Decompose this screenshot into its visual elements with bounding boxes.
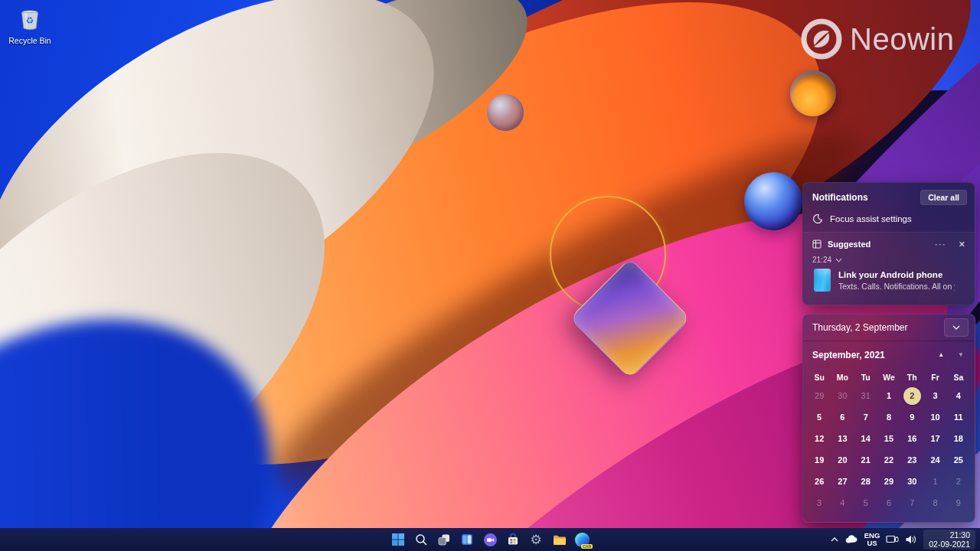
calendar-day[interactable]: 29 <box>877 471 900 492</box>
calendar-day[interactable]: 21 <box>854 449 877 471</box>
calendar-day[interactable]: 11 <box>947 406 970 428</box>
calendar-day[interactable]: 1 <box>877 385 900 406</box>
triangle-down-icon[interactable]: ▼ <box>958 352 964 358</box>
calendar-day[interactable]: 24 <box>923 449 946 471</box>
calendar-day[interactable]: 8 <box>923 492 946 514</box>
calendar-dow-label: We <box>877 370 900 385</box>
calendar-day[interactable]: 10 <box>923 406 946 428</box>
calendar-day[interactable]: 1 <box>923 471 946 492</box>
recycle-bin-desktop-icon[interactable]: ♻ Recycle Bin <box>5 6 55 45</box>
calendar-day[interactable]: 7 <box>900 492 923 514</box>
chat-button[interactable] <box>480 530 500 549</box>
calendar-day[interactable]: 23 <box>900 449 923 471</box>
glass-sphere-decoration <box>744 172 802 230</box>
calendar-dow-label: Mo <box>831 370 854 385</box>
widgets-button[interactable] <box>457 530 477 549</box>
clock-tray-button[interactable]: 21:30 02-09-2021 <box>923 530 975 549</box>
calendar-day[interactable]: 18 <box>947 428 970 449</box>
widgets-icon <box>460 533 474 546</box>
language-indicator[interactable]: ENG US <box>864 532 880 547</box>
clear-all-button[interactable]: Clear all <box>920 190 967 205</box>
language-bottom: US <box>864 540 880 547</box>
calendar-day[interactable]: 6 <box>831 406 854 428</box>
calendar-day[interactable]: 26 <box>808 471 831 492</box>
chat-icon <box>483 533 498 547</box>
notifications-title: Notifications <box>812 192 868 203</box>
calendar-day[interactable]: 5 <box>808 406 831 428</box>
grid-icon <box>812 240 822 249</box>
chevron-down-icon[interactable] <box>835 258 842 262</box>
calendar-day-headers: SuMoTuWeThFrSa <box>803 370 975 385</box>
calendar-day[interactable]: 2 <box>947 471 970 492</box>
calendar-month-label: September, 2021 <box>812 350 885 360</box>
calendar-dow-label: Th <box>900 370 923 385</box>
calendar-collapse-button[interactable] <box>944 318 969 337</box>
calendar-day-selected[interactable]: 2 <box>900 385 923 406</box>
calendar-day[interactable]: 28 <box>854 471 877 492</box>
store-button[interactable] <box>503 530 523 549</box>
calendar-day[interactable]: 16 <box>900 428 923 449</box>
network-icon[interactable] <box>886 534 899 545</box>
start-button[interactable] <box>388 530 408 549</box>
calendar-day[interactable]: 4 <box>947 385 970 406</box>
notification-timestamp: 21:24 <box>812 256 831 264</box>
onedrive-icon[interactable] <box>845 535 858 544</box>
calendar-dow-label: Fr <box>923 370 946 385</box>
calendar-day[interactable]: 3 <box>923 385 946 406</box>
neowin-logo-icon <box>801 18 842 60</box>
notification-item[interactable]: Link your Android phone Texts. Calls. No… <box>812 269 967 292</box>
recycle-bin-icon: ♻ <box>17 6 43 32</box>
calendar-day[interactable]: 5 <box>854 492 877 514</box>
calendar-day[interactable]: 27 <box>831 471 854 492</box>
calendar-day[interactable]: 30 <box>900 471 923 492</box>
neowin-watermark: Neowin <box>801 18 954 60</box>
calendar-day[interactable]: 30 <box>831 385 854 406</box>
calendar-day[interactable]: 6 <box>877 492 900 514</box>
calendar-day[interactable]: 29 <box>808 385 831 406</box>
notification-item-body: Texts. Calls. Notifications. All on your… <box>838 282 955 291</box>
desktop-screen: ♻ Recycle Bin Neowin Notifications Clear… <box>0 0 980 551</box>
search-button[interactable] <box>411 530 431 549</box>
taskbar: ⚙ CAN ENG US <box>0 528 980 551</box>
calendar-day[interactable]: 14 <box>854 428 877 449</box>
calendar-day[interactable]: 20 <box>831 449 854 471</box>
settings-button[interactable]: ⚙ <box>526 530 546 549</box>
calendar-day[interactable]: 22 <box>877 449 900 471</box>
calendar-day[interactable]: 17 <box>923 428 946 449</box>
calendar-day[interactable]: 9 <box>947 492 970 514</box>
calendar-day[interactable]: 25 <box>947 449 970 471</box>
calendar-day[interactable]: 19 <box>808 449 831 471</box>
triangle-up-icon[interactable]: ▲ <box>938 352 944 358</box>
calendar-dow-label: Su <box>808 370 831 385</box>
file-explorer-icon <box>552 533 567 547</box>
neowin-brand-text: Neowin <box>850 22 954 57</box>
suggested-label: Suggested <box>828 240 871 249</box>
glass-sphere-decoration <box>790 70 836 116</box>
search-icon <box>414 533 428 546</box>
more-options-icon[interactable]: ··· <box>930 239 951 249</box>
calendar-day[interactable]: 3 <box>808 492 831 514</box>
calendar-day[interactable]: 15 <box>877 428 900 449</box>
task-view-icon <box>437 533 451 546</box>
chevron-down-icon <box>952 325 960 330</box>
calendar-day[interactable]: 9 <box>900 406 923 428</box>
calendar-day[interactable]: 13 <box>831 428 854 449</box>
edge-button[interactable]: CAN <box>572 530 592 549</box>
calendar-day[interactable]: 4 <box>831 492 854 514</box>
tray-time: 21:30 <box>929 530 970 540</box>
calendar-day[interactable]: 31 <box>854 385 877 406</box>
close-icon[interactable]: ✕ <box>951 240 967 249</box>
focus-assist-settings-link[interactable]: Focus assist settings <box>803 205 975 224</box>
store-icon <box>506 533 520 546</box>
volume-icon[interactable] <box>905 534 917 545</box>
task-view-button[interactable] <box>434 530 454 549</box>
calendar-dow-label: Sa <box>947 370 970 385</box>
calendar-day[interactable]: 7 <box>854 406 877 428</box>
calendar-day[interactable]: 8 <box>877 406 900 428</box>
calendar-dow-label: Tu <box>854 370 877 385</box>
chevron-up-icon[interactable] <box>830 536 839 543</box>
recycle-bin-label: Recycle Bin <box>5 36 55 45</box>
file-explorer-button[interactable] <box>549 530 569 549</box>
calendar-day[interactable]: 12 <box>808 428 831 449</box>
svg-text:♻: ♻ <box>26 15 34 26</box>
